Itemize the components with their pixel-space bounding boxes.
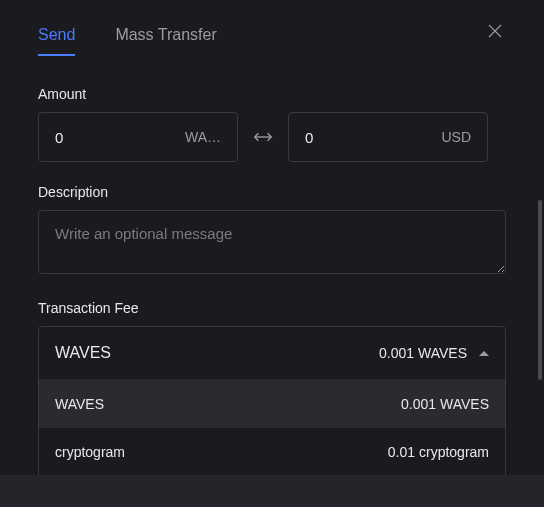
description-input[interactable] — [38, 210, 506, 274]
transaction-fee-label: Transaction Fee — [38, 300, 506, 316]
tabs: Send Mass Transfer — [38, 0, 506, 64]
modal-footer — [0, 475, 544, 507]
amount-left-box: WA… — [38, 112, 238, 162]
fee-option-value: 0.001 WAVES — [401, 396, 489, 412]
fee-option-name: WAVES — [55, 396, 104, 412]
amount-right-currency: USD — [441, 129, 471, 145]
scrollbar[interactable] — [538, 200, 542, 380]
description-label: Description — [38, 184, 506, 200]
amount-right-box: USD — [288, 112, 488, 162]
amount-left-input[interactable] — [55, 129, 155, 146]
amount-left-currency: WA… — [185, 129, 221, 145]
fee-selected-value: 0.001 WAVES — [379, 345, 467, 361]
fee-option[interactable]: WAVES 0.001 WAVES — [39, 380, 505, 428]
amount-label: Amount — [38, 86, 506, 102]
fee-option[interactable]: cryptogram 0.01 cryptogram — [39, 428, 505, 476]
fee-option-name: cryptogram — [55, 444, 125, 460]
tab-send[interactable]: Send — [38, 26, 75, 54]
tab-mass-transfer[interactable]: Mass Transfer — [115, 26, 216, 54]
chevron-up-icon — [479, 351, 489, 356]
fee-selected-name: WAVES — [55, 344, 111, 362]
transaction-fee-selected[interactable]: WAVES 0.001 WAVES — [39, 327, 505, 379]
fee-option-value: 0.01 cryptogram — [388, 444, 489, 460]
close-icon[interactable] — [486, 22, 504, 40]
swap-icon[interactable] — [238, 126, 288, 148]
amount-right-input[interactable] — [305, 129, 405, 146]
